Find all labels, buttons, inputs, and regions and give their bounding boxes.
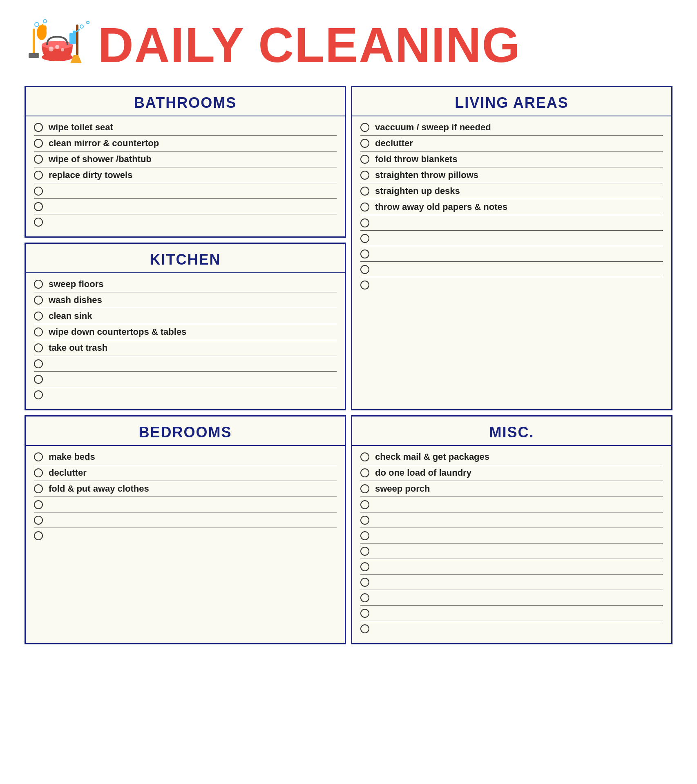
list-item[interactable] [34, 387, 337, 403]
checkbox-circle[interactable] [360, 187, 369, 196]
checkbox-circle[interactable] [34, 343, 43, 352]
list-item[interactable] [360, 559, 663, 575]
list-item[interactable] [34, 372, 337, 387]
checkbox-circle[interactable] [34, 359, 43, 368]
checkbox-circle[interactable] [34, 531, 43, 540]
list-item[interactable]: declutter [34, 465, 337, 481]
list-item[interactable] [34, 183, 337, 199]
checkbox-circle[interactable] [360, 624, 369, 633]
list-item[interactable]: wipe toilet seat [34, 120, 337, 136]
checkbox-circle[interactable] [360, 155, 369, 164]
checkbox-circle[interactable] [34, 516, 43, 525]
item-label: do one load of laundry [375, 468, 471, 478]
item-label: fold throw blankets [375, 154, 458, 165]
checkbox-circle[interactable] [34, 312, 43, 321]
checkbox-circle[interactable] [34, 452, 43, 461]
list-item[interactable] [360, 575, 663, 590]
list-item[interactable]: throw away old papers & notes [360, 199, 663, 215]
list-item[interactable] [360, 277, 663, 293]
checkbox-circle[interactable] [360, 484, 369, 493]
list-item[interactable] [34, 497, 337, 512]
checkbox-circle[interactable] [360, 562, 369, 571]
bathrooms-list: wipe toilet seatclean mirror & counterto… [26, 116, 345, 236]
list-item[interactable]: do one load of laundry [360, 465, 663, 481]
page-title: DAILY CLEANING [98, 20, 521, 69]
checkbox-circle[interactable] [34, 155, 43, 164]
list-item[interactable] [360, 497, 663, 512]
checkbox-circle[interactable] [34, 187, 43, 196]
list-item[interactable]: straighten up desks [360, 183, 663, 199]
list-item[interactable] [360, 246, 663, 262]
checkbox-circle[interactable] [34, 327, 43, 336]
checkbox-circle[interactable] [360, 203, 369, 212]
checkbox-circle[interactable] [34, 390, 43, 399]
list-item[interactable]: straighten throw pillows [360, 167, 663, 183]
list-item[interactable]: wipe of shower /bathtub [34, 151, 337, 167]
list-item[interactable] [34, 199, 337, 214]
item-label: sweep porch [375, 483, 430, 494]
checkbox-circle[interactable] [34, 171, 43, 180]
list-item[interactable] [34, 512, 337, 528]
checkbox-circle[interactable] [360, 452, 369, 461]
list-item[interactable] [360, 606, 663, 621]
list-item[interactable]: declutter [360, 136, 663, 151]
checkbox-circle[interactable] [34, 139, 43, 148]
checkbox-circle[interactable] [360, 500, 369, 509]
list-item[interactable]: fold throw blankets [360, 151, 663, 167]
list-item[interactable]: clean mirror & countertop [34, 136, 337, 151]
list-item[interactable]: sweep porch [360, 481, 663, 497]
list-item[interactable]: sweep floors [34, 276, 337, 292]
svg-rect-5 [33, 29, 35, 57]
checkbox-circle[interactable] [34, 280, 43, 289]
checkbox-circle[interactable] [360, 123, 369, 132]
checkbox-circle[interactable] [34, 484, 43, 493]
svg-point-16 [43, 20, 47, 23]
checkbox-circle[interactable] [360, 139, 369, 148]
list-item[interactable] [34, 356, 337, 372]
checkbox-circle[interactable] [360, 593, 369, 602]
checkbox-circle[interactable] [360, 609, 369, 618]
list-item[interactable] [360, 528, 663, 543]
kitchen-list: sweep floorswash dishesclean sinkwipe do… [26, 273, 345, 409]
list-item[interactable]: make beds [34, 449, 337, 465]
list-item[interactable] [360, 262, 663, 277]
checkbox-circle[interactable] [34, 375, 43, 384]
list-item[interactable] [360, 621, 663, 637]
checkbox-circle[interactable] [360, 171, 369, 180]
list-item[interactable]: take out trash [34, 340, 337, 356]
checkbox-circle[interactable] [34, 500, 43, 509]
item-label: check mail & get packages [375, 452, 489, 462]
list-item[interactable]: wash dishes [34, 292, 337, 308]
list-item[interactable] [360, 215, 663, 231]
checkbox-circle[interactable] [360, 218, 369, 227]
list-item[interactable] [34, 528, 337, 543]
checkbox-circle[interactable] [360, 578, 369, 587]
list-item[interactable]: vaccuum / sweep if needed [360, 120, 663, 136]
checkbox-circle[interactable] [34, 123, 43, 132]
misc-list: check mail & get packagesdo one load of … [352, 446, 671, 643]
list-item[interactable]: wipe down countertops & tables [34, 324, 337, 340]
checkbox-circle[interactable] [360, 249, 369, 258]
list-item[interactable] [360, 590, 663, 606]
checkbox-circle[interactable] [34, 468, 43, 477]
list-item[interactable] [34, 214, 337, 230]
checkbox-circle[interactable] [360, 468, 369, 477]
checkbox-circle[interactable] [34, 296, 43, 305]
list-item[interactable]: check mail & get packages [360, 449, 663, 465]
list-item[interactable] [360, 543, 663, 559]
list-item[interactable]: fold & put away clothes [34, 481, 337, 497]
list-item[interactable] [360, 512, 663, 528]
checkbox-circle[interactable] [34, 202, 43, 211]
item-label: wipe down countertops & tables [49, 327, 186, 337]
checkbox-circle[interactable] [360, 265, 369, 274]
checkbox-circle[interactable] [34, 218, 43, 227]
living-areas-title: LIVING AREAS [352, 87, 671, 116]
list-item[interactable]: clean sink [34, 308, 337, 324]
checkbox-circle[interactable] [360, 281, 369, 290]
checkbox-circle[interactable] [360, 234, 369, 243]
checkbox-circle[interactable] [360, 531, 369, 540]
checkbox-circle[interactable] [360, 547, 369, 556]
list-item[interactable] [360, 231, 663, 246]
list-item[interactable]: replace dirty towels [34, 167, 337, 183]
checkbox-circle[interactable] [360, 516, 369, 525]
